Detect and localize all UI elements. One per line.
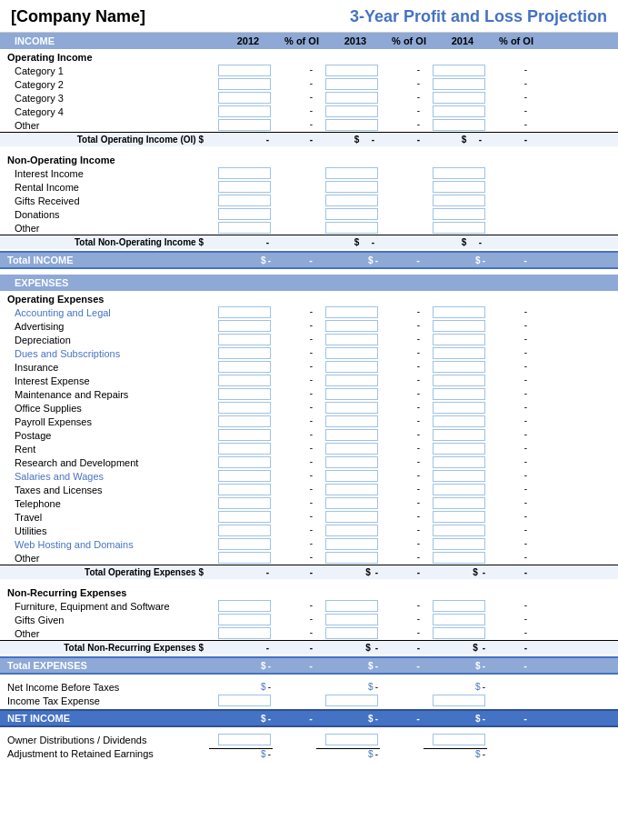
gifts-given-2012-input[interactable] (218, 614, 271, 625)
travel-2013-input[interactable] (325, 511, 378, 523)
rental-income-2014-input[interactable] (433, 181, 485, 193)
maintenance-2014-input[interactable] (433, 388, 485, 400)
cat3-2014-input[interactable] (433, 92, 485, 104)
cat2-2014-input[interactable] (433, 78, 485, 90)
gifts-given-2014-input[interactable] (433, 614, 485, 625)
office-supplies-2012-input[interactable] (218, 402, 271, 414)
opex-other-2014-input[interactable] (433, 552, 485, 564)
accounting-2014-input[interactable] (433, 306, 485, 318)
office-supplies-2013-input[interactable] (325, 402, 378, 414)
distributions-2013-input[interactable] (325, 734, 378, 745)
research-2014-input[interactable] (433, 456, 485, 468)
dues-2012-input[interactable] (218, 347, 271, 359)
payroll-2012-input[interactable] (218, 415, 271, 427)
cat4-2014-input[interactable] (433, 105, 485, 117)
distributions-2014-input[interactable] (433, 734, 485, 745)
accounting-2012-input[interactable] (218, 306, 271, 318)
postage-2012-input[interactable] (218, 429, 271, 441)
taxes-2013-input[interactable] (325, 484, 378, 495)
utilities-2013-input[interactable] (325, 525, 378, 536)
income-tax-2014-input[interactable] (433, 695, 485, 706)
cat1-2014-input[interactable] (433, 65, 485, 76)
rent-2014-input[interactable] (433, 443, 485, 455)
salaries-2012-input[interactable] (218, 470, 271, 482)
cat2-2013-input[interactable] (325, 78, 378, 90)
payroll-2014-input[interactable] (433, 415, 485, 427)
income-tax-2013-input[interactable] (325, 695, 378, 706)
nrex-other-2013-input[interactable] (325, 627, 378, 639)
opex-other-2013-input[interactable] (325, 552, 378, 564)
nrex-other-2012-input[interactable] (218, 627, 271, 639)
advertising-2013-input[interactable] (325, 320, 378, 332)
oi-other-2014-input[interactable] (433, 119, 485, 131)
dues-2013-input[interactable] (325, 347, 378, 359)
nrex-other-2014-input[interactable] (433, 627, 485, 639)
oi-other-2012-input[interactable] (218, 119, 271, 131)
cat4-2012-input[interactable] (218, 105, 271, 117)
rent-2012-input[interactable] (218, 443, 271, 455)
furniture-2012-input[interactable] (218, 600, 271, 612)
payroll-2013-input[interactable] (325, 415, 378, 427)
salaries-2014-input[interactable] (433, 470, 485, 482)
interest-income-2014-input[interactable] (433, 167, 485, 179)
taxes-2012-input[interactable] (218, 484, 271, 495)
insurance-2014-input[interactable] (433, 361, 485, 373)
opex-other-2012-input[interactable] (218, 552, 271, 564)
gifts-received-2012-input[interactable] (218, 195, 271, 206)
travel-2012-input[interactable] (218, 511, 271, 523)
accounting-2013-input[interactable] (325, 306, 378, 318)
advertising-2012-input[interactable] (218, 320, 271, 332)
maintenance-2013-input[interactable] (325, 388, 378, 400)
depreciation-2014-input[interactable] (433, 334, 485, 345)
dues-2014-input[interactable] (433, 347, 485, 359)
furniture-2014-input[interactable] (433, 600, 485, 612)
interest-exp-2014-input[interactable] (433, 375, 485, 386)
cat1-2012-input[interactable] (218, 65, 271, 76)
interest-income-2013-input[interactable] (325, 167, 378, 179)
maintenance-2012-input[interactable] (218, 388, 271, 400)
cat3-2012-input[interactable] (218, 92, 271, 104)
insurance-2013-input[interactable] (325, 361, 378, 373)
research-2012-input[interactable] (218, 456, 271, 468)
postage-2014-input[interactable] (433, 429, 485, 441)
research-2013-input[interactable] (325, 456, 378, 468)
rental-income-2013-input[interactable] (325, 181, 378, 193)
cat3-2013-input[interactable] (325, 92, 378, 104)
utilities-2012-input[interactable] (218, 525, 271, 536)
noi-other-2014-input[interactable] (433, 222, 485, 234)
rental-income-2012-input[interactable] (218, 181, 271, 193)
gifts-received-2014-input[interactable] (433, 195, 485, 206)
rent-2013-input[interactable] (325, 443, 378, 455)
taxes-2014-input[interactable] (433, 484, 485, 495)
depreciation-2012-input[interactable] (218, 334, 271, 345)
furniture-2013-input[interactable] (325, 600, 378, 612)
salaries-2013-input[interactable] (325, 470, 378, 482)
web-2014-input[interactable] (433, 538, 485, 550)
advertising-2014-input[interactable] (433, 320, 485, 332)
web-2012-input[interactable] (218, 538, 271, 550)
insurance-2012-input[interactable] (218, 361, 271, 373)
gifts-received-2013-input[interactable] (325, 195, 378, 206)
web-2013-input[interactable] (325, 538, 378, 550)
postage-2013-input[interactable] (325, 429, 378, 441)
telephone-2012-input[interactable] (218, 497, 271, 509)
cat4-2013-input[interactable] (325, 105, 378, 117)
cat1-2013-input[interactable] (325, 65, 378, 76)
noi-other-2013-input[interactable] (325, 222, 378, 234)
telephone-2014-input[interactable] (433, 497, 485, 509)
office-supplies-2014-input[interactable] (433, 402, 485, 414)
interest-exp-2013-input[interactable] (325, 375, 378, 386)
travel-2014-input[interactable] (433, 511, 485, 523)
interest-income-2012-input[interactable] (218, 167, 271, 179)
noi-other-2012-input[interactable] (218, 222, 271, 234)
donations-2013-input[interactable] (325, 208, 378, 220)
telephone-2013-input[interactable] (325, 497, 378, 509)
interest-exp-2012-input[interactable] (218, 375, 271, 386)
oi-other-2013-input[interactable] (325, 119, 378, 131)
utilities-2014-input[interactable] (433, 525, 485, 536)
donations-2014-input[interactable] (433, 208, 485, 220)
cat2-2012-input[interactable] (218, 78, 271, 90)
donations-2012-input[interactable] (218, 208, 271, 220)
depreciation-2013-input[interactable] (325, 334, 378, 345)
gifts-given-2013-input[interactable] (325, 614, 378, 625)
